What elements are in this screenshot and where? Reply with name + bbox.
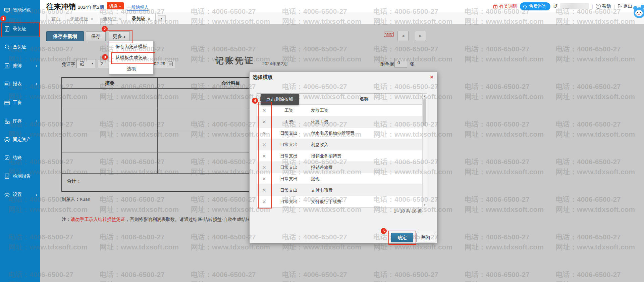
- close-icon[interactable]: ×: [429, 74, 435, 80]
- save-and-new-button[interactable]: 保存并新增: [46, 31, 84, 41]
- sidebar-item-inventory[interactable]: 库存 ›: [0, 114, 40, 128]
- sidebar-item-label: 检测报告: [13, 173, 31, 179]
- tab-list-dropdown[interactable]: ▼: [158, 15, 166, 22]
- delete-icon[interactable]: ×: [262, 175, 266, 182]
- reports-icon: [4, 81, 10, 87]
- confirm-button[interactable]: 确定: [391, 233, 413, 242]
- inventory-icon: [4, 118, 10, 124]
- watermark-text: 电话：4006-6500-27: [100, 270, 165, 279]
- tab-home[interactable]: 首页: [46, 14, 65, 24]
- watermark-text: 电话：4006-6500-27: [191, 44, 256, 54]
- support-button[interactable]: 售后咨询: [520, 2, 550, 10]
- delete-icon[interactable]: ×: [262, 118, 266, 125]
- footer-divider: [252, 216, 435, 216]
- attachment-count-input[interactable]: 0: [394, 58, 407, 67]
- tab-voucher-entry[interactable]: 录凭证×: [127, 13, 156, 24]
- sidebar-item-voucher-entry[interactable]: 录凭证: [0, 22, 40, 36]
- more-button[interactable]: 更多▲: [109, 31, 130, 41]
- sidebar-item-label: 结账: [13, 155, 22, 161]
- sidebar-item-smart-accounting[interactable]: 智能记账: [0, 3, 40, 17]
- sidebar-item-reports[interactable]: 报表 ›: [0, 77, 40, 91]
- close-icon[interactable]: ×: [91, 14, 93, 24]
- pagination-info: 1 - 18 共 18 条: [358, 208, 422, 214]
- template-row[interactable]: ×日常支出支付电话费: [257, 185, 422, 196]
- switch-period-button[interactable]: 切换▼: [107, 2, 124, 9]
- sidebar-item-settings[interactable]: 设置 ›: [0, 188, 40, 201]
- next-voucher-button[interactable]: ▶: [415, 31, 426, 41]
- sidebar-item-label: 报表: [13, 81, 22, 87]
- watermark-text: 电话：4006-6500-27: [465, 82, 530, 91]
- scroll-down-icon[interactable]: ▼: [423, 204, 427, 206]
- template-row[interactable]: ×工资发放工资: [257, 105, 422, 116]
- delete-icon[interactable]: ×: [262, 141, 266, 148]
- watermark-text: 网址：www.tdxsoft.com: [465, 92, 544, 101]
- dialog-title: 选择模版: [253, 74, 273, 81]
- tab-voucher-search[interactable]: 查凭证×: [98, 14, 127, 24]
- menu-item-generate-from-template[interactable]: 从模板生成凭证: [109, 52, 153, 63]
- account-name-blurred[interactable]: [560, 3, 589, 9]
- sidebar-item-fixed-assets[interactable]: 固定资产: [0, 133, 40, 146]
- watermark-text: 电话：4006-6500-27: [373, 44, 438, 54]
- chevron-right-icon: ›: [36, 192, 37, 197]
- watermark-text: 网址：www.tdxsoft.com: [191, 242, 270, 252]
- delete-icon[interactable]: ×: [262, 187, 266, 194]
- template-row[interactable]: ×日常支出提现: [257, 173, 422, 185]
- watermark-text: 网址：www.tdxsoft.com: [556, 130, 635, 139]
- watermark-text: 电话：4006-6500-27: [465, 44, 530, 54]
- scrollbar[interactable]: ▲ ▼: [422, 93, 427, 207]
- delete-icon[interactable]: ×: [262, 130, 266, 137]
- scroll-up-icon[interactable]: ▲: [423, 95, 427, 97]
- sidebar-item-salary[interactable]: 工资: [0, 96, 40, 109]
- close-icon[interactable]: ×: [148, 14, 150, 24]
- save-button[interactable]: 保存: [86, 31, 106, 41]
- watermark-text: 电话：4006-6500-27: [556, 270, 621, 279]
- delete-icon[interactable]: ×: [262, 107, 266, 114]
- close-button[interactable]: 关闭: [416, 233, 435, 242]
- delete-icon[interactable]: ×: [262, 152, 266, 159]
- template-table: 操作 类别 名称 ×工资发放工资 ×工资计提工资 ×日常支出付水电房租物业管理费…: [257, 93, 422, 207]
- tab-voucher-template[interactable]: 凭证模版×: [65, 14, 98, 24]
- delete-icon[interactable]: ×: [262, 164, 266, 171]
- voucher-word-select[interactable]: 记 ▼: [76, 59, 96, 68]
- header-utilities: 有奖调研 售后咨询 ↺ | ?帮助 | 退出: [493, 0, 632, 12]
- sidebar-item-voucher-search[interactable]: 查凭证: [0, 40, 40, 54]
- divider: |: [592, 4, 593, 9]
- smart-accounting-icon: [4, 7, 10, 13]
- assistant-mascot[interactable]: [633, 5, 644, 19]
- template-row[interactable]: ×日常支出报销差旅费: [257, 162, 422, 173]
- delete-icon[interactable]: ×: [262, 198, 266, 205]
- help-button[interactable]: ?帮助: [596, 3, 611, 9]
- sidebar-item-closing[interactable]: 结账: [0, 151, 40, 164]
- footer-note: 注：请勿手工录入结转损益凭证，否则将影响利润表取数。请通过结账-结转损益-自动生…: [62, 217, 273, 223]
- taxpayer-type-link[interactable]: 一般纳税人: [127, 4, 149, 11]
- attachment-unit: 张: [410, 61, 415, 67]
- prev-voucher-button[interactable]: ◀: [397, 31, 409, 41]
- voucher-period: 2024年第2期: [262, 61, 287, 67]
- caret-down-icon: ▼: [160, 17, 163, 20]
- watermark-text: 网址：www.tdxsoft.com: [556, 54, 635, 64]
- watermark-text: 网址：www.tdxsoft.com: [556, 205, 635, 214]
- voucher-word-label: 凭证字: [62, 61, 75, 67]
- scrollbar-thumb[interactable]: [423, 99, 426, 126]
- template-row[interactable]: ×日常支出报销业务招待费: [257, 150, 422, 162]
- gift-icon: [493, 4, 498, 9]
- template-row[interactable]: ×日常支出支付银行手续费: [257, 196, 422, 207]
- template-row[interactable]: ×日常支出利息收入: [257, 139, 422, 150]
- watermark-text: 网址：www.tdxsoft.com: [556, 280, 635, 282]
- keyboard-shortcut-icon[interactable]: [384, 32, 394, 38]
- sidebar-item-ledger[interactable]: ¥ 账簿 ›: [0, 59, 40, 73]
- template-row[interactable]: ×日常支出付水电房租物业管理费: [257, 128, 422, 139]
- menu-item-save-as-template[interactable]: 保存为凭证模板: [109, 41, 153, 52]
- logout-button[interactable]: 退出: [618, 3, 632, 9]
- watermark-text: 网址：www.tdxsoft.com: [465, 130, 544, 139]
- headset-icon: [523, 4, 527, 9]
- watermark-text: 电话：4006-6500-27: [556, 232, 621, 242]
- sidebar-item-test-report[interactable]: 检测报告: [0, 170, 40, 183]
- watermark-text: 电话：4006-6500-27: [100, 232, 165, 242]
- closing-icon: [4, 155, 10, 161]
- undo-icon[interactable]: ↺: [553, 3, 557, 9]
- survey-link[interactable]: 有奖调研: [493, 3, 517, 9]
- menu-item-options[interactable]: 选项: [109, 63, 153, 74]
- close-icon[interactable]: ×: [119, 14, 122, 24]
- template-row[interactable]: ×工资计提工资: [257, 116, 422, 128]
